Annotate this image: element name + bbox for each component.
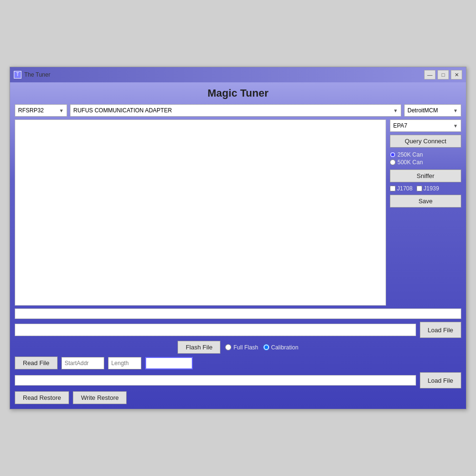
j1939-checkbox[interactable]	[416, 186, 422, 191]
window-title: The Tuner	[24, 71, 424, 78]
calibration-radio[interactable]	[263, 344, 269, 350]
protocol-dropdown-arrow: ▼	[59, 108, 64, 113]
full-flash-label[interactable]: Full Flash	[225, 344, 258, 351]
close-button[interactable]: ✕	[451, 70, 462, 79]
radio-500k[interactable]: 500K Can	[390, 159, 461, 166]
file-path-display-2	[15, 375, 416, 386]
file-path-display-1	[15, 324, 416, 336]
checkbox-group: J1708 J1939	[390, 185, 461, 192]
flash-file-row: Flash File Full Flash Calibration	[15, 341, 461, 354]
calibration-label[interactable]: Calibration	[263, 344, 298, 351]
adapter-dropdown-value: RUFUS COMMUNICATION ADAPTER	[73, 107, 172, 114]
j1708-label: J1708	[397, 185, 413, 192]
load-file-row-1: Load File	[15, 322, 461, 338]
j1708-checkbox-label[interactable]: J1708	[390, 185, 413, 192]
ecu-dropdown-value: DetroitMCM	[407, 107, 438, 114]
right-panel: EPA7 ▼ Query Connect 250K Can 500K Can S…	[390, 119, 461, 306]
load-file-button-2[interactable]: Load File	[420, 372, 461, 388]
ecu-dropdown[interactable]: DetroitMCM ▼	[404, 104, 461, 117]
j1939-checkbox-label[interactable]: J1939	[416, 185, 439, 192]
can-radio-group: 250K Can 500K Can	[390, 150, 461, 167]
epa-dropdown[interactable]: EPA7 ▼	[390, 119, 461, 132]
epa-dropdown-arrow: ▼	[453, 123, 458, 129]
app-icon: T	[14, 71, 21, 79]
radio-250k-label: 250K Can	[397, 151, 423, 158]
length-input[interactable]	[108, 357, 141, 369]
content-area: Magic Tuner RFSRP32 ▼ RUFUS COMMUNICATIO…	[10, 82, 466, 409]
title-bar: T The Tuner — □ ✕	[10, 67, 466, 82]
value-input[interactable]	[145, 357, 193, 369]
calibration-text: Calibration	[271, 344, 298, 351]
window-controls: — □ ✕	[424, 70, 462, 79]
log-area	[15, 119, 386, 306]
radio-250k[interactable]: 250K Can	[390, 151, 461, 158]
restore-row: Read Restore Write Restore	[15, 391, 461, 404]
radio-500k-label: 500K Can	[397, 159, 423, 166]
full-flash-radio[interactable]	[225, 344, 231, 350]
full-flash-text: Full Flash	[233, 344, 258, 351]
flash-file-button[interactable]: Flash File	[178, 341, 220, 354]
protocol-dropdown[interactable]: RFSRP32 ▼	[15, 104, 67, 117]
read-file-button[interactable]: Read File	[15, 357, 58, 369]
load-file-button-1[interactable]: Load File	[420, 322, 461, 338]
main-row: EPA7 ▼ Query Connect 250K Can 500K Can S…	[15, 119, 461, 306]
maximize-button[interactable]: □	[437, 70, 449, 79]
radio-250k-input[interactable]	[390, 152, 396, 158]
adapter-dropdown-arrow: ▼	[393, 108, 398, 113]
load-file-row-2: Load File	[15, 372, 461, 388]
save-button[interactable]: Save	[390, 195, 461, 208]
main-window: T The Tuner — □ ✕ Magic Tuner RFSRP32 ▼ …	[10, 67, 466, 409]
j1939-label: J1939	[424, 185, 439, 192]
top-controls: RFSRP32 ▼ RUFUS COMMUNICATION ADAPTER ▼ …	[15, 104, 461, 117]
sniffer-button[interactable]: Sniffer	[390, 169, 461, 182]
j1708-checkbox[interactable]	[390, 186, 396, 191]
protocol-dropdown-value: RFSRP32	[18, 107, 44, 114]
minimize-button[interactable]: —	[424, 70, 436, 79]
read-restore-button[interactable]: Read Restore	[15, 391, 69, 404]
radio-500k-input[interactable]	[390, 159, 396, 165]
read-file-row: Read File	[15, 357, 461, 369]
query-connect-button[interactable]: Query Connect	[390, 135, 461, 148]
ecu-dropdown-arrow: ▼	[453, 108, 458, 113]
start-addr-input[interactable]	[61, 357, 104, 369]
app-title: Magic Tuner	[15, 87, 461, 99]
progress-bar-1	[15, 308, 461, 319]
adapter-dropdown[interactable]: RUFUS COMMUNICATION ADAPTER ▼	[70, 104, 401, 117]
epa-dropdown-value: EPA7	[393, 122, 407, 129]
write-restore-button[interactable]: Write Restore	[73, 391, 127, 404]
